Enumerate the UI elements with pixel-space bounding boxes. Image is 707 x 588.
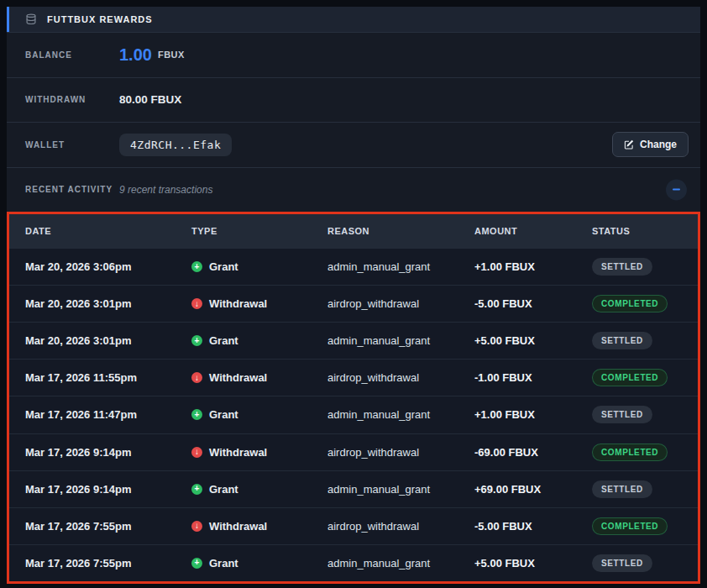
balance-label: BALANCE <box>25 50 119 60</box>
withdrawn-value: 80.00 FBUX <box>119 93 181 106</box>
tx-date: Mar 20, 2026 3:06pm <box>25 260 191 273</box>
grant-plus-icon: + <box>191 409 202 420</box>
tx-type-label: Grant <box>209 557 238 570</box>
wallet-label: WALLET <box>25 140 119 150</box>
tx-amount: +5.00 FBUX <box>474 557 592 570</box>
tx-reason: airdrop_withdrawal <box>327 520 474 533</box>
tx-date: Mar 17, 2026 9:14pm <box>25 483 191 496</box>
table-row[interactable]: Mar 20, 2026 3:01pm + Grant admin_manual… <box>9 322 698 359</box>
table-row[interactable]: Mar 17, 2026 9:14pm + Grant admin_manual… <box>9 470 698 507</box>
tx-type-label: Withdrawal <box>209 446 267 459</box>
tx-reason: airdrop_withdrawal <box>327 446 474 459</box>
grant-plus-icon: + <box>191 335 202 346</box>
tx-status-badge: COMPLETED <box>592 517 668 535</box>
tx-type: + Grant <box>191 483 327 496</box>
recent-activity-label: RECENT ACTIVITY <box>25 185 119 194</box>
tx-date: Mar 17, 2026 11:55pm <box>25 371 191 384</box>
grant-plus-icon: + <box>191 261 202 272</box>
col-date: DATE <box>25 226 191 236</box>
tx-type: + Grant <box>191 408 327 421</box>
tx-reason: admin_manual_grant <box>327 408 474 421</box>
collapse-activity-button[interactable] <box>666 179 687 200</box>
tx-type: + Grant <box>191 334 327 347</box>
withdrawn-label: WITHDRAWN <box>25 95 119 104</box>
withdrawal-arrow-icon: ↓ <box>191 372 202 383</box>
withdrawal-arrow-icon: ↓ <box>191 521 202 532</box>
tx-type-label: Withdrawal <box>209 297 267 310</box>
transactions-table: DATE TYPE REASON AMOUNT STATUS Mar 20, 2… <box>7 212 700 584</box>
tx-reason: admin_manual_grant <box>327 557 474 570</box>
recent-activity-row: RECENT ACTIVITY 9 recent transactions <box>7 167 700 213</box>
tx-status-badge: SETTLED <box>592 258 652 276</box>
balance-unit: FBUX <box>158 50 185 60</box>
tx-date: Mar 20, 2026 3:01pm <box>25 334 191 347</box>
tx-type-label: Grant <box>209 334 238 347</box>
tx-status-badge: COMPLETED <box>592 369 668 386</box>
tx-reason: airdrop_withdrawal <box>327 297 474 310</box>
balance-value: 1.00 <box>119 45 152 65</box>
tx-status-badge: SETTLED <box>592 332 652 349</box>
tx-status-badge: COMPLETED <box>592 444 668 461</box>
table-row[interactable]: Mar 17, 2026 9:14pm ↓ Withdrawal airdrop… <box>9 433 698 470</box>
tx-type: ↓ Withdrawal <box>191 297 327 310</box>
futtbux-rewards-card: FUTTBUX REWARDS BALANCE 1.00 FBUX WITHDR… <box>7 7 700 584</box>
col-status: STATUS <box>592 226 698 236</box>
tx-date: Mar 17, 2026 11:47pm <box>25 408 191 421</box>
col-type: TYPE <box>191 226 327 236</box>
tx-amount: +1.00 FBUX <box>474 260 592 273</box>
change-button-label: Change <box>640 139 677 150</box>
tx-type: ↓ Withdrawal <box>191 371 327 384</box>
tx-status-badge: SETTLED <box>592 406 652 423</box>
grant-plus-icon: + <box>191 558 202 569</box>
table-row[interactable]: Mar 20, 2026 3:01pm ↓ Withdrawal airdrop… <box>9 285 698 322</box>
card-header: FUTTBUX REWARDS <box>7 7 700 32</box>
tx-reason: admin_manual_grant <box>327 260 474 273</box>
withdrawal-arrow-icon: ↓ <box>191 298 202 309</box>
tx-type-label: Grant <box>209 408 238 421</box>
table-header-row: DATE TYPE REASON AMOUNT STATUS <box>9 214 698 248</box>
tx-date: Mar 17, 2026 9:14pm <box>25 446 191 459</box>
tx-status-badge: SETTLED <box>592 480 652 498</box>
table-row[interactable]: Mar 17, 2026 7:55pm ↓ Withdrawal airdrop… <box>9 507 698 544</box>
col-reason: REASON <box>327 226 474 236</box>
tx-amount: -5.00 FBUX <box>474 297 592 310</box>
table-row[interactable]: Mar 20, 2026 3:06pm + Grant admin_manual… <box>9 248 698 285</box>
tx-status-badge: COMPLETED <box>592 295 668 312</box>
recent-activity-subtitle: 9 recent transactions <box>119 184 212 196</box>
tx-type-label: Grant <box>209 483 238 496</box>
tx-type: + Grant <box>191 557 327 570</box>
table-row[interactable]: Mar 17, 2026 11:55pm ↓ Withdrawal airdro… <box>9 359 698 396</box>
minus-icon <box>673 189 680 191</box>
tx-type-label: Withdrawal <box>209 520 267 533</box>
tx-reason: admin_manual_grant <box>327 334 474 347</box>
page-title: FUTTBUX REWARDS <box>47 14 153 24</box>
tx-amount: +5.00 FBUX <box>474 334 592 347</box>
withdrawal-arrow-icon: ↓ <box>191 447 202 458</box>
tx-amount: -69.00 FBUX <box>474 446 592 459</box>
wallet-address[interactable]: 4ZdRCH...Efak <box>119 134 232 156</box>
tx-date: Mar 20, 2026 3:01pm <box>25 297 191 310</box>
tx-date: Mar 17, 2026 7:55pm <box>25 557 191 570</box>
tx-date: Mar 17, 2026 7:55pm <box>25 520 191 533</box>
table-body: Mar 20, 2026 3:06pm + Grant admin_manual… <box>9 248 698 581</box>
edit-icon <box>624 139 634 150</box>
tx-status-badge: SETTLED <box>592 554 652 572</box>
coins-icon <box>25 13 37 25</box>
tx-type: ↓ Withdrawal <box>191 520 327 533</box>
wallet-row: WALLET 4ZdRCH...Efak Change <box>7 122 700 167</box>
balance-row: BALANCE 1.00 FBUX <box>7 32 700 77</box>
col-amount: AMOUNT <box>474 226 592 236</box>
table-row[interactable]: Mar 17, 2026 7:55pm + Grant admin_manual… <box>9 544 698 581</box>
tx-type: ↓ Withdrawal <box>191 446 327 459</box>
grant-plus-icon: + <box>191 484 202 495</box>
tx-reason: admin_manual_grant <box>327 483 474 496</box>
change-wallet-button[interactable]: Change <box>612 132 689 157</box>
tx-amount: +69.00 FBUX <box>474 483 592 496</box>
tx-type-label: Withdrawal <box>209 371 267 384</box>
tx-amount: -5.00 FBUX <box>474 520 592 533</box>
tx-reason: airdrop_withdrawal <box>327 371 474 384</box>
table-row[interactable]: Mar 17, 2026 11:47pm + Grant admin_manua… <box>9 396 698 433</box>
tx-type: + Grant <box>191 260 327 273</box>
withdrawn-row: WITHDRAWN 80.00 FBUX <box>7 77 700 123</box>
tx-amount: +1.00 FBUX <box>474 408 592 421</box>
